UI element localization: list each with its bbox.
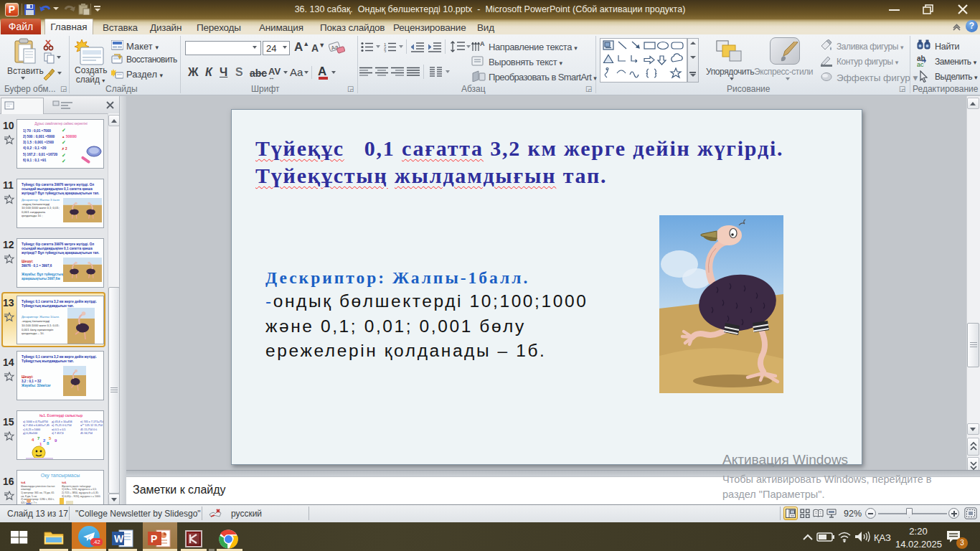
svg-text:2: 2 [43,438,46,443]
svg-text:3: 3 [384,50,387,52]
svg-text:4: 4 [32,438,34,442]
svg-text:P: P [151,533,157,545]
svg-text:1: 1 [39,442,42,446]
svg-text:5: 5 [49,436,52,441]
svg-text:ac: ac [917,61,924,67]
svg-text:9: 9 [55,438,57,443]
svg-text:8: 8 [47,441,50,446]
svg-text:W: W [114,533,124,545]
svg-text:А: А [480,40,485,47]
svg-text:7: 7 [37,436,40,441]
